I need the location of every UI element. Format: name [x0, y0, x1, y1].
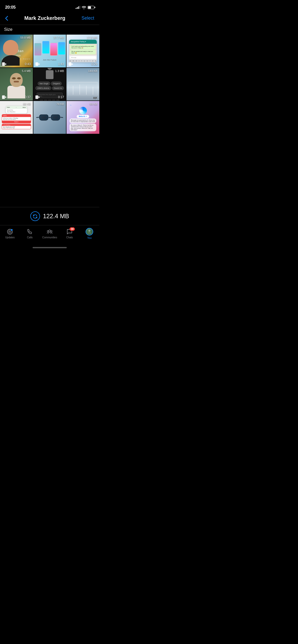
media-item[interactable]: Ray·Ban ∞ Meta Let's try some music 59.8…: [0, 35, 33, 67]
media-size: 5.4 MB: [22, 69, 31, 72]
select-button[interactable]: Select: [82, 16, 94, 21]
media-duration: 0:37: [25, 95, 31, 99]
nav-item-communities[interactable]: Communities: [42, 228, 57, 239]
status-bar: 20:05: [0, 0, 99, 13]
calls-icon: [26, 228, 33, 235]
media-duration: 0:29: [91, 62, 97, 66]
svg-marker-3: [38, 63, 40, 65]
updates-icon: [7, 228, 13, 235]
media-item[interactable]: 144 KB: [66, 68, 99, 101]
nav-header: Mark Zuckerberg Select: [0, 13, 99, 25]
svg-point-15: [49, 230, 51, 232]
status-icons: [76, 6, 94, 9]
signal-icon: [76, 6, 80, 9]
ai-style-tags: Van Gogh Origami 1980's Anime David Ho: [33, 81, 66, 91]
back-button[interactable]: [5, 16, 8, 21]
media-size: 17.8 MB: [87, 36, 97, 39]
nav-item-updates[interactable]: Updates: [2, 228, 18, 239]
media-size: 1.3 MB: [55, 69, 64, 72]
media-duration: 0:17: [58, 95, 64, 99]
communities-icon: [46, 228, 53, 235]
communities-label: Communities: [42, 236, 57, 239]
total-size-label: 122.4 MB: [43, 213, 69, 220]
svg-rect-8: [35, 95, 38, 99]
section-label: Size: [0, 25, 99, 35]
media-item[interactable]: Jacqueline Farley ▾ Can't wait to go bac…: [66, 35, 99, 67]
media-item[interactable]: 5.4 MB 0:37: [0, 68, 33, 101]
media-item[interactable]: Delhi→Jaipur Shauda Khan Jaipur (Rajasth…: [0, 101, 33, 134]
phone-screens-illustration: [33, 41, 66, 58]
nav-item-calls[interactable]: Calls: [22, 228, 37, 239]
media-item[interactable]: Join the Future 37.7 MB 1:43: [33, 35, 66, 67]
chats-badge: 30: [70, 227, 75, 231]
empty-area: [0, 134, 99, 205]
svg-marker-9: [38, 96, 40, 98]
svg-point-16: [47, 230, 49, 232]
svg-rect-6: [2, 95, 5, 99]
home-indicator: [33, 247, 67, 248]
svg-point-17: [51, 230, 52, 232]
video-indicator: [35, 62, 40, 66]
you-avatar: [86, 228, 93, 236]
media-size: 88 KB: [23, 103, 31, 106]
media-item[interactable]: ← Meta AI ✓ Messages are generated by AI…: [66, 101, 99, 134]
video-indicator: [2, 95, 7, 99]
svg-rect-2: [35, 62, 38, 66]
calls-label: Calls: [27, 236, 33, 239]
total-size-bar: 122.4 MB: [0, 207, 99, 225]
media-size: 37.7 MB: [53, 36, 64, 39]
svg-marker-1: [5, 63, 7, 65]
media-grid: Ray·Ban ∞ Meta Let's try some music 59.8…: [0, 35, 99, 134]
video-indicator: [2, 62, 7, 66]
you-label: You: [87, 237, 92, 239]
battery-icon: [88, 6, 94, 9]
status-time: 20:05: [5, 5, 16, 10]
media-duration: 0:43: [25, 62, 31, 66]
nav-item-you[interactable]: You: [82, 228, 97, 239]
chats-label: Chats: [66, 236, 73, 239]
wifi-icon: [82, 6, 86, 9]
svg-marker-7: [5, 96, 7, 98]
media-duration: 1:43: [58, 62, 64, 66]
page-title: Mark Zuckerberg: [24, 15, 65, 21]
bottom-nav: Updates Calls Communities: [0, 225, 99, 245]
svg-marker-5: [72, 63, 73, 65]
video-indicator: [69, 62, 73, 66]
media-size: 144 KB: [88, 69, 97, 72]
media-item[interactable]: Van Gogh Origami 1980's Anime David Ho D…: [33, 68, 66, 101]
nav-item-chats[interactable]: 30 Chats: [62, 228, 77, 239]
svg-rect-4: [69, 62, 71, 66]
svg-rect-0: [2, 62, 5, 66]
video-indicator: [35, 95, 40, 99]
media-size: 74 KB: [56, 103, 64, 106]
svg-point-18: [88, 230, 90, 232]
media-item[interactable]: 74 KB: [33, 101, 66, 134]
chats-icon: 30: [66, 228, 73, 235]
svg-point-12: [9, 231, 11, 232]
media-size: 59.8 MB: [20, 36, 31, 39]
sync-icon[interactable]: [30, 211, 40, 221]
updates-label: Updates: [5, 236, 15, 239]
